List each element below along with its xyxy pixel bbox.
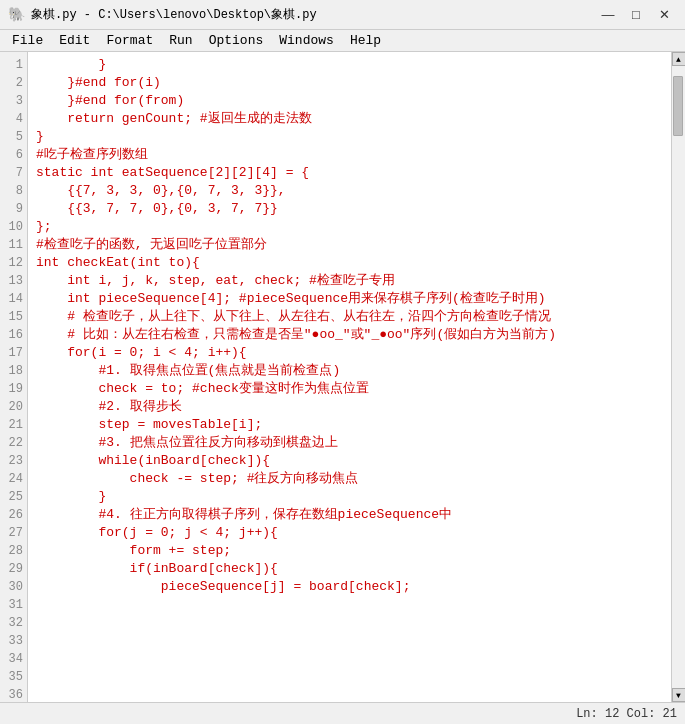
code-line: int pieceSequence[4]; #pieceSequence用来保存… (36, 290, 663, 308)
line-number: 35 (0, 668, 23, 686)
line-number: 2 (0, 74, 23, 92)
line-number: 17 (0, 344, 23, 362)
line-number: 10 (0, 218, 23, 236)
code-editor[interactable]: } }#end for(i) }#end for(from) return ge… (28, 52, 671, 702)
line-number: 26 (0, 506, 23, 524)
line-number: 16 (0, 326, 23, 344)
code-line: } (36, 488, 663, 506)
line-number: 9 (0, 200, 23, 218)
line-number: 4 (0, 110, 23, 128)
line-number: 25 (0, 488, 23, 506)
line-number: 18 (0, 362, 23, 380)
code-line: check = to; #check变量这时作为焦点位置 (36, 380, 663, 398)
code-line: } (36, 128, 663, 146)
scroll-thumb[interactable] (673, 76, 683, 136)
code-line: } (36, 56, 663, 74)
line-number: 12 (0, 254, 23, 272)
line-number: 19 (0, 380, 23, 398)
status-bar: Ln: 12 Col: 21 (0, 702, 685, 724)
line-number: 3 (0, 92, 23, 110)
code-line: step = movesTable[i]; (36, 416, 663, 434)
line-number: 8 (0, 182, 23, 200)
window-title: 象棋.py - C:\Users\lenovo\Desktop\象棋.py (31, 6, 317, 23)
code-line: {{3, 7, 7, 0},{0, 3, 7, 7}} (36, 200, 663, 218)
code-line: if(inBoard[check]){ (36, 560, 663, 578)
code-line: #检查吃子的函数, 无返回吃子位置部分 (36, 236, 663, 254)
menu-bar: File Edit Format Run Options Windows Hel… (0, 30, 685, 52)
code-line: #3. 把焦点位置往反方向移动到棋盘边上 (36, 434, 663, 452)
code-line: form += step; (36, 542, 663, 560)
code-line: #1. 取得焦点位置(焦点就是当前检查点) (36, 362, 663, 380)
line-number: 34 (0, 650, 23, 668)
menu-options[interactable]: Options (201, 31, 272, 50)
line-number: 22 (0, 434, 23, 452)
line-number: 27 (0, 524, 23, 542)
window-controls: — □ ✕ (595, 5, 677, 25)
code-line: #吃子检查序列数组 (36, 146, 663, 164)
line-number: 33 (0, 632, 23, 650)
line-number: 15 (0, 308, 23, 326)
title-bar: 🐘 象棋.py - C:\Users\lenovo\Desktop\象棋.py … (0, 0, 685, 30)
code-line: #2. 取得步长 (36, 398, 663, 416)
scroll-track[interactable] (672, 66, 685, 688)
code-line: pieceSequence[j] = board[check]; (36, 578, 663, 596)
code-line: check -= step; #往反方向移动焦点 (36, 470, 663, 488)
line-number: 36 (0, 686, 23, 702)
cursor-position: Ln: 12 Col: 21 (576, 707, 677, 721)
app-icon: 🐘 (8, 6, 25, 23)
line-number: 7 (0, 164, 23, 182)
code-line: {{7, 3, 3, 0},{0, 7, 3, 3}}, (36, 182, 663, 200)
code-line: }#end for(i) (36, 74, 663, 92)
maximize-button[interactable]: □ (623, 5, 649, 25)
line-number: 11 (0, 236, 23, 254)
code-line: for(j = 0; j < 4; j++){ (36, 524, 663, 542)
line-number: 24 (0, 470, 23, 488)
line-number: 30 (0, 578, 23, 596)
line-number: 20 (0, 398, 23, 416)
line-number: 31 (0, 596, 23, 614)
line-number: 13 (0, 272, 23, 290)
title-bar-left: 🐘 象棋.py - C:\Users\lenovo\Desktop\象棋.py (8, 6, 317, 23)
code-line: int checkEat(int to){ (36, 254, 663, 272)
scroll-up-button[interactable]: ▲ (672, 52, 686, 66)
code-line: }#end for(from) (36, 92, 663, 110)
line-number: 6 (0, 146, 23, 164)
line-number: 28 (0, 542, 23, 560)
line-number: 14 (0, 290, 23, 308)
line-number: 5 (0, 128, 23, 146)
line-numbers: 1234567891011121314151617181920212223242… (0, 52, 28, 702)
code-line: int i, j, k, step, eat, check; #检查吃子专用 (36, 272, 663, 290)
code-line: # 检查吃子，从上往下、从下往上、从左往右、从右往左，沿四个方向检查吃子情况 (36, 308, 663, 326)
menu-run[interactable]: Run (161, 31, 200, 50)
menu-format[interactable]: Format (98, 31, 161, 50)
line-number: 29 (0, 560, 23, 578)
line-number: 23 (0, 452, 23, 470)
line-number: 21 (0, 416, 23, 434)
scroll-down-button[interactable]: ▼ (672, 688, 686, 702)
menu-edit[interactable]: Edit (51, 31, 98, 50)
editor-container: 1234567891011121314151617181920212223242… (0, 52, 685, 702)
vertical-scrollbar[interactable]: ▲ ▼ (671, 52, 685, 702)
menu-windows[interactable]: Windows (271, 31, 342, 50)
code-line: }; (36, 218, 663, 236)
code-line: static int eatSequence[2][2][4] = { (36, 164, 663, 182)
line-number: 32 (0, 614, 23, 632)
code-line: for(i = 0; i < 4; i++){ (36, 344, 663, 362)
code-line: return genCount; #返回生成的走法数 (36, 110, 663, 128)
minimize-button[interactable]: — (595, 5, 621, 25)
menu-help[interactable]: Help (342, 31, 389, 50)
menu-file[interactable]: File (4, 31, 51, 50)
line-number: 1 (0, 56, 23, 74)
code-line: while(inBoard[check]){ (36, 452, 663, 470)
code-line: # 比如：从左往右检查，只需检查是否呈"●oo_"或"_●oo"序列(假如白方为… (36, 326, 663, 344)
close-button[interactable]: ✕ (651, 5, 677, 25)
code-line: #4. 往正方向取得棋子序列，保存在数组pieceSequence中 (36, 506, 663, 524)
